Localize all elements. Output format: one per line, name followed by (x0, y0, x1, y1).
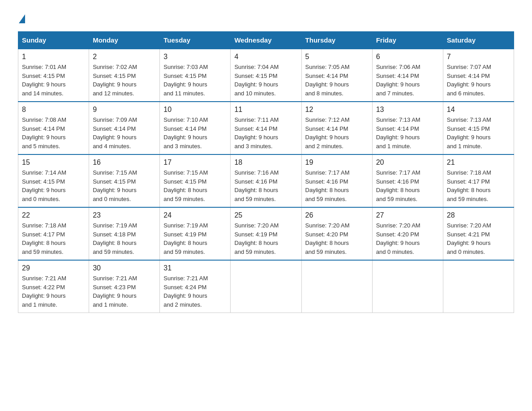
day-info: Sunrise: 7:08 AM Sunset: 4:14 PM Dayligh… (22, 116, 85, 150)
day-number: 6 (376, 53, 439, 61)
day-header-tuesday: Tuesday (160, 32, 231, 49)
calendar-cell: 20 Sunrise: 7:17 AM Sunset: 4:16 PM Dayl… (372, 154, 443, 207)
day-number: 30 (93, 264, 156, 272)
calendar-cell: 1 Sunrise: 7:01 AM Sunset: 4:15 PM Dayli… (18, 49, 89, 102)
day-info: Sunrise: 7:16 AM Sunset: 4:16 PM Dayligh… (234, 168, 297, 203)
day-info: Sunrise: 7:18 AM Sunset: 4:17 PM Dayligh… (22, 221, 85, 256)
day-number: 26 (305, 211, 369, 219)
calendar-cell: 26 Sunrise: 7:20 AM Sunset: 4:20 PM Dayl… (301, 207, 372, 260)
day-header-saturday: Saturday (443, 32, 514, 49)
day-number: 13 (376, 106, 439, 114)
day-header-thursday: Thursday (301, 32, 372, 49)
day-number: 4 (234, 53, 297, 61)
header-row: SundayMondayTuesdayWednesdayThursdayFrid… (18, 32, 514, 49)
day-info: Sunrise: 7:21 AM Sunset: 4:24 PM Dayligh… (163, 274, 227, 309)
calendar-cell: 13 Sunrise: 7:13 AM Sunset: 4:14 PM Dayl… (372, 102, 443, 154)
day-info: Sunrise: 7:03 AM Sunset: 4:15 PM Dayligh… (163, 63, 227, 98)
day-info: Sunrise: 7:21 AM Sunset: 4:23 PM Dayligh… (93, 274, 156, 309)
calendar-cell: 23 Sunrise: 7:19 AM Sunset: 4:18 PM Dayl… (89, 207, 160, 260)
day-info: Sunrise: 7:02 AM Sunset: 4:15 PM Dayligh… (93, 63, 156, 98)
day-number: 16 (93, 158, 156, 167)
day-number: 31 (163, 264, 227, 272)
day-info: Sunrise: 7:17 AM Sunset: 4:16 PM Dayligh… (376, 168, 439, 203)
day-number: 14 (447, 106, 510, 114)
day-number: 17 (163, 158, 227, 167)
day-number: 18 (234, 158, 297, 167)
calendar-table: SundayMondayTuesdayWednesdayThursdayFrid… (18, 31, 514, 313)
day-info: Sunrise: 7:15 AM Sunset: 4:15 PM Dayligh… (163, 168, 227, 203)
calendar-cell: 4 Sunrise: 7:04 AM Sunset: 4:15 PM Dayli… (231, 49, 301, 102)
day-info: Sunrise: 7:21 AM Sunset: 4:22 PM Dayligh… (22, 274, 85, 309)
day-info: Sunrise: 7:20 AM Sunset: 4:20 PM Dayligh… (376, 221, 439, 256)
day-info: Sunrise: 7:14 AM Sunset: 4:15 PM Dayligh… (22, 168, 85, 203)
day-number: 7 (447, 53, 510, 61)
day-info: Sunrise: 7:19 AM Sunset: 4:18 PM Dayligh… (93, 221, 156, 256)
calendar-cell: 16 Sunrise: 7:15 AM Sunset: 4:15 PM Dayl… (89, 154, 160, 207)
day-info: Sunrise: 7:18 AM Sunset: 4:17 PM Dayligh… (447, 168, 510, 203)
day-number: 11 (234, 106, 297, 114)
day-number: 9 (93, 106, 156, 114)
calendar-cell: 10 Sunrise: 7:10 AM Sunset: 4:14 PM Dayl… (160, 102, 231, 154)
week-row-3: 15 Sunrise: 7:14 AM Sunset: 4:15 PM Dayl… (18, 154, 514, 207)
day-number: 20 (376, 158, 439, 167)
day-number: 12 (305, 106, 369, 114)
calendar-cell: 31 Sunrise: 7:21 AM Sunset: 4:24 PM Dayl… (160, 260, 231, 313)
day-number: 15 (22, 158, 85, 167)
calendar-cell (443, 260, 514, 313)
calendar-cell: 30 Sunrise: 7:21 AM Sunset: 4:23 PM Dayl… (89, 260, 160, 313)
day-header-monday: Monday (89, 32, 160, 49)
day-info: Sunrise: 7:10 AM Sunset: 4:14 PM Dayligh… (163, 116, 227, 150)
day-info: Sunrise: 7:19 AM Sunset: 4:19 PM Dayligh… (163, 221, 227, 256)
day-header-wednesday: Wednesday (231, 32, 301, 49)
calendar-cell: 19 Sunrise: 7:17 AM Sunset: 4:16 PM Dayl… (301, 154, 372, 207)
day-info: Sunrise: 7:01 AM Sunset: 4:15 PM Dayligh… (22, 63, 85, 98)
day-number: 28 (447, 211, 510, 219)
day-number: 3 (163, 53, 227, 61)
day-number: 19 (305, 158, 369, 167)
calendar-cell: 18 Sunrise: 7:16 AM Sunset: 4:16 PM Dayl… (231, 154, 301, 207)
calendar-cell (301, 260, 372, 313)
day-info: Sunrise: 7:07 AM Sunset: 4:14 PM Dayligh… (447, 63, 510, 98)
day-info: Sunrise: 7:20 AM Sunset: 4:20 PM Dayligh… (305, 221, 369, 256)
day-number: 29 (22, 264, 85, 272)
day-info: Sunrise: 7:17 AM Sunset: 4:16 PM Dayligh… (305, 168, 369, 203)
week-row-5: 29 Sunrise: 7:21 AM Sunset: 4:22 PM Dayl… (18, 260, 514, 313)
day-info: Sunrise: 7:11 AM Sunset: 4:14 PM Dayligh… (234, 116, 297, 150)
logo-triangle-icon (19, 14, 25, 23)
calendar-cell: 21 Sunrise: 7:18 AM Sunset: 4:17 PM Dayl… (443, 154, 514, 207)
day-info: Sunrise: 7:09 AM Sunset: 4:14 PM Dayligh… (93, 116, 156, 150)
day-number: 10 (163, 106, 227, 114)
day-info: Sunrise: 7:13 AM Sunset: 4:14 PM Dayligh… (376, 116, 439, 150)
calendar-cell: 29 Sunrise: 7:21 AM Sunset: 4:22 PM Dayl… (18, 260, 89, 313)
day-number: 5 (305, 53, 369, 61)
calendar-cell: 3 Sunrise: 7:03 AM Sunset: 4:15 PM Dayli… (160, 49, 231, 102)
calendar-cell: 15 Sunrise: 7:14 AM Sunset: 4:15 PM Dayl… (18, 154, 89, 207)
day-number: 27 (376, 211, 439, 219)
week-row-1: 1 Sunrise: 7:01 AM Sunset: 4:15 PM Dayli… (18, 49, 514, 102)
calendar-cell (231, 260, 301, 313)
calendar-cell: 14 Sunrise: 7:13 AM Sunset: 4:15 PM Dayl… (443, 102, 514, 154)
calendar-cell: 6 Sunrise: 7:06 AM Sunset: 4:14 PM Dayli… (372, 49, 443, 102)
calendar-cell: 12 Sunrise: 7:12 AM Sunset: 4:14 PM Dayl… (301, 102, 372, 154)
calendar-cell: 28 Sunrise: 7:20 AM Sunset: 4:21 PM Dayl… (443, 207, 514, 260)
day-info: Sunrise: 7:06 AM Sunset: 4:14 PM Dayligh… (376, 63, 439, 98)
page-header (18, 13, 514, 22)
calendar-cell: 2 Sunrise: 7:02 AM Sunset: 4:15 PM Dayli… (89, 49, 160, 102)
calendar-cell: 9 Sunrise: 7:09 AM Sunset: 4:14 PM Dayli… (89, 102, 160, 154)
calendar-cell: 8 Sunrise: 7:08 AM Sunset: 4:14 PM Dayli… (18, 102, 89, 154)
day-number: 22 (22, 211, 85, 219)
day-header-friday: Friday (372, 32, 443, 49)
logo (18, 13, 25, 22)
day-number: 21 (447, 158, 510, 167)
day-info: Sunrise: 7:15 AM Sunset: 4:15 PM Dayligh… (93, 168, 156, 203)
day-number: 24 (163, 211, 227, 219)
day-number: 8 (22, 106, 85, 114)
calendar-cell: 11 Sunrise: 7:11 AM Sunset: 4:14 PM Dayl… (231, 102, 301, 154)
day-number: 23 (93, 211, 156, 219)
calendar-cell: 5 Sunrise: 7:05 AM Sunset: 4:14 PM Dayli… (301, 49, 372, 102)
calendar-cell: 17 Sunrise: 7:15 AM Sunset: 4:15 PM Dayl… (160, 154, 231, 207)
week-row-4: 22 Sunrise: 7:18 AM Sunset: 4:17 PM Dayl… (18, 207, 514, 260)
calendar-cell (372, 260, 443, 313)
day-info: Sunrise: 7:04 AM Sunset: 4:15 PM Dayligh… (234, 63, 297, 98)
day-info: Sunrise: 7:13 AM Sunset: 4:15 PM Dayligh… (447, 116, 510, 150)
